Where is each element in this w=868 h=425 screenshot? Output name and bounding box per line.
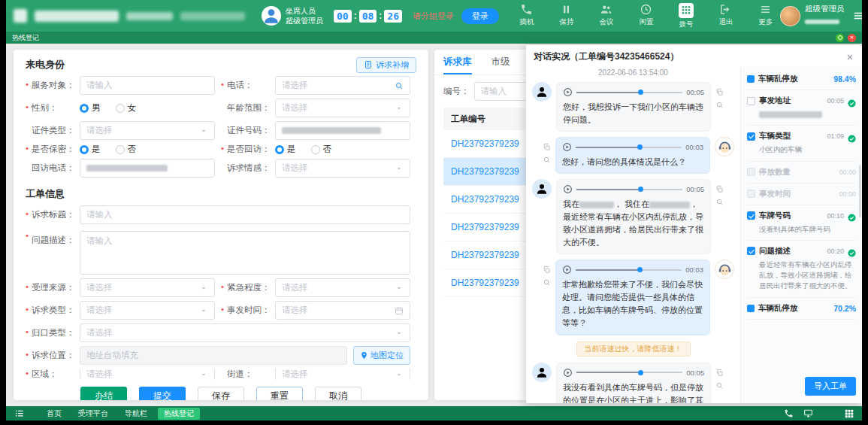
taskbar-menu-icon[interactable] bbox=[14, 408, 26, 418]
extract-field-item: 事发地址 00:05 bbox=[747, 90, 856, 126]
save-button[interactable]: 保存 bbox=[198, 387, 244, 400]
login-button[interactable]: 登录 bbox=[461, 8, 499, 24]
field-value bbox=[747, 109, 856, 120]
phone-action-button[interactable]: 更多 bbox=[752, 3, 780, 29]
copy-icon[interactable] bbox=[715, 185, 724, 193]
field-checkbox[interactable] bbox=[747, 211, 755, 220]
audio-progress[interactable] bbox=[576, 372, 682, 373]
field-checkbox[interactable] bbox=[747, 247, 755, 255]
secret-yes-radio[interactable]: 是 bbox=[80, 144, 101, 155]
incident-time-picker[interactable]: 请选择 bbox=[275, 301, 410, 320]
search-icon[interactable] bbox=[715, 198, 724, 206]
audio-player[interactable]: 00:03 bbox=[562, 265, 703, 275]
copy-icon[interactable] bbox=[543, 266, 551, 274]
bottom-tab-1[interactable]: 首页 bbox=[41, 408, 68, 420]
problem-desc-textarea[interactable]: 请输入 bbox=[80, 231, 410, 275]
import-workorder-button[interactable]: 导入工单 bbox=[805, 377, 856, 396]
audio-player[interactable]: 00:05 bbox=[563, 368, 704, 378]
category-select[interactable]: 请选择 bbox=[80, 323, 410, 342]
scrollbar[interactable] bbox=[859, 165, 861, 217]
revisit-no-radio[interactable]: 否 bbox=[311, 144, 332, 155]
audio-player[interactable]: 00:05 bbox=[563, 87, 704, 97]
submit-button[interactable]: 提交 bbox=[139, 387, 186, 400]
close-icon[interactable] bbox=[845, 53, 854, 62]
audio-progress[interactable] bbox=[576, 92, 682, 93]
user-profile[interactable]: 超级管理员 bbox=[780, 4, 845, 28]
audio-progress[interactable] bbox=[576, 147, 682, 148]
doc-icon bbox=[364, 60, 373, 69]
street-select[interactable]: 请选择 bbox=[275, 369, 410, 380]
field-checkbox[interactable] bbox=[747, 168, 755, 176]
appeal-add-button[interactable]: 诉求补增 bbox=[356, 57, 416, 73]
copy-icon[interactable] bbox=[715, 369, 724, 377]
id-type-select[interactable]: 请选择 bbox=[80, 121, 215, 140]
appeal-title-input[interactable]: 请输入 bbox=[80, 205, 410, 224]
monitor-icon[interactable] bbox=[803, 408, 813, 418]
phone-action-button[interactable]: 拨号 bbox=[672, 3, 700, 29]
play-icon[interactable] bbox=[563, 184, 573, 194]
copy-icon[interactable] bbox=[715, 88, 724, 96]
urgency-select[interactable]: 请选择 bbox=[275, 278, 410, 297]
field-checkbox[interactable] bbox=[747, 190, 755, 198]
phone-action-button[interactable]: 会议 bbox=[592, 3, 621, 29]
revisit-yes-radio[interactable]: 是 bbox=[275, 144, 296, 155]
phone-action-button[interactable]: 保持 bbox=[552, 3, 581, 29]
map-locate-button[interactable]: 地图定位 bbox=[353, 346, 410, 365]
taskbar: 首页受理平台导航栏热线登记 bbox=[6, 406, 862, 420]
extract-field-item: 车辆类型 01:09 小区内的车辆 bbox=[747, 126, 856, 161]
source-select[interactable]: 请选择 bbox=[80, 278, 215, 297]
gender-male-radio[interactable]: 男 bbox=[80, 102, 101, 114]
calendar-icon[interactable] bbox=[395, 306, 404, 315]
audio-progress[interactable] bbox=[576, 189, 682, 190]
call-icon[interactable] bbox=[784, 408, 794, 418]
play-icon[interactable] bbox=[563, 87, 573, 97]
phone-input[interactable]: 请选择 bbox=[275, 76, 410, 95]
message-text: 您好，我想投诉一下我们小区的车辆违停问题。 bbox=[563, 101, 704, 126]
cancel-button[interactable]: 取消 bbox=[315, 387, 361, 400]
close-red-icon[interactable] bbox=[848, 34, 856, 42]
tab-appeal-library[interactable]: 诉求库 bbox=[443, 56, 472, 74]
app-grid-icon[interactable] bbox=[844, 408, 854, 419]
audio-progress[interactable] bbox=[576, 269, 682, 271]
secret-no-radio[interactable]: 否 bbox=[116, 144, 137, 155]
audio-player[interactable]: 00:05 bbox=[563, 184, 704, 194]
district-select[interactable]: 请选择 bbox=[80, 369, 215, 380]
search-icon[interactable] bbox=[715, 101, 724, 109]
gender-female-radio[interactable]: 女 bbox=[116, 102, 137, 114]
chat-area: 2022-06-06 13:54:00 00:05 您好，我想投诉一下我们小区的… bbox=[526, 67, 740, 403]
search-icon[interactable] bbox=[715, 381, 724, 390]
field-label: 停放数量 bbox=[759, 167, 791, 178]
search-icon[interactable] bbox=[543, 156, 551, 164]
hamburger-menu-icon[interactable] bbox=[851, 10, 862, 22]
appeal-type-select[interactable]: 请选择 bbox=[80, 301, 215, 320]
field-checkbox[interactable] bbox=[747, 132, 755, 141]
location-input[interactable]: 地址自动填充 bbox=[80, 346, 347, 365]
id-number-input[interactable] bbox=[275, 121, 410, 140]
field-label: 事发时间 bbox=[759, 189, 791, 199]
tab-city-level[interactable]: 市级 bbox=[491, 56, 510, 74]
bottom-tab-2[interactable]: 受理平台 bbox=[72, 408, 114, 420]
phone-action-button[interactable]: 摘机 bbox=[513, 3, 541, 29]
status-green-icon[interactable] bbox=[836, 34, 844, 42]
play-icon[interactable] bbox=[563, 368, 573, 378]
play-icon[interactable] bbox=[562, 265, 572, 275]
revisit-phone-input[interactable] bbox=[80, 159, 215, 178]
field-checkbox[interactable] bbox=[747, 97, 755, 105]
play-icon[interactable] bbox=[562, 142, 572, 152]
reset-button[interactable]: 重置 bbox=[256, 387, 303, 400]
search-icon[interactable] bbox=[395, 81, 404, 90]
phone-action-button[interactable]: 退出 bbox=[712, 3, 740, 29]
search-icon[interactable] bbox=[543, 278, 551, 287]
copy-icon[interactable] bbox=[543, 143, 551, 151]
service-object-input[interactable]: 请输入 bbox=[80, 76, 215, 95]
emotion-select[interactable]: 请选择 bbox=[275, 159, 410, 178]
field-time: 00:00 bbox=[839, 190, 856, 198]
window-tab-title[interactable]: 热线登记 bbox=[12, 33, 39, 43]
phone-action-button[interactable]: 闲置 bbox=[632, 3, 661, 29]
finish-button[interactable]: 办结 bbox=[80, 387, 127, 400]
audio-player[interactable]: 00:03 bbox=[562, 142, 703, 152]
call-timer: 000826 bbox=[334, 10, 402, 23]
bottom-tab-3[interactable]: 导航栏 bbox=[119, 408, 153, 420]
bottom-tab-4[interactable]: 热线登记 bbox=[158, 408, 200, 420]
age-range-select[interactable]: 请选择 bbox=[275, 99, 410, 117]
